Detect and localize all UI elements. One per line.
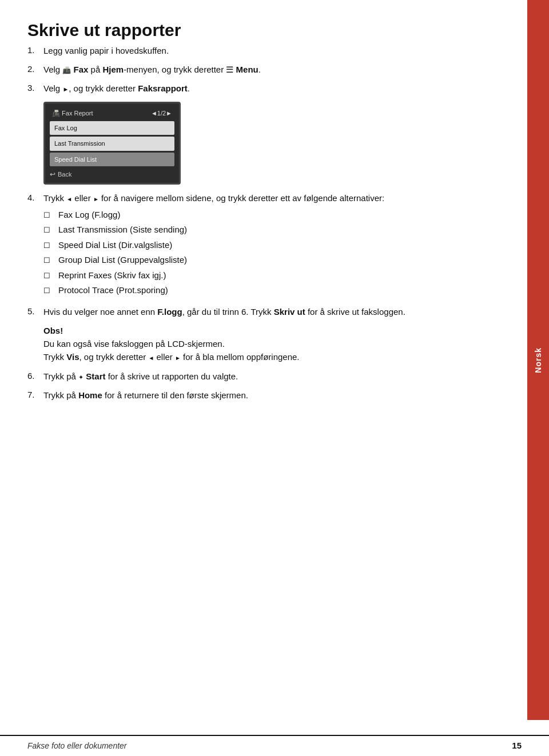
checkbox-icon-5: ☐ (43, 270, 55, 282)
main-content: Skrive ut rapporter 1. Legg vanlig papir… (0, 0, 527, 756)
lcd-screen: 📠 Fax Report ◄1/2► Fax Log Last Transmis… (43, 102, 181, 185)
sidebar-label: Norsk (534, 347, 543, 373)
page-footer: Fakse foto eller dokumenter 15 (0, 735, 549, 756)
obs-right-arrow (175, 352, 181, 362)
lcd-fax-icon: 📠 Fax Report (52, 109, 93, 118)
checkbox-label-5: Reprint Faxes (Skriv fax igj.) (58, 269, 166, 282)
sidebar-tab: Norsk (527, 0, 549, 720)
obs-left-arrow (148, 352, 154, 362)
back-arrow-icon (50, 169, 55, 179)
checkbox-item-5: ☐ Reprint Faxes (Skriv fax igj.) (43, 269, 500, 282)
step-6-number: 6. (27, 370, 43, 383)
checkbox-label-2: Last Transmission (Siste sending) (58, 223, 187, 237)
step-2-content: Velg Fax på Hjem-menyen, og trykk derett… (43, 63, 500, 76)
lcd-item-speed-dial: Speed Dial List (50, 153, 174, 167)
step-4-content: Trykk eller for å navigere mellom sidene… (43, 191, 500, 299)
step-3-content: Velg , og trykk deretter Faksrapport. (43, 82, 500, 95)
checkbox-item-3: ☐ Speed Dial List (Dir.valgsliste) (43, 239, 500, 252)
checkbox-item-6: ☐ Protocol Trace (Prot.sporing) (43, 284, 500, 297)
checkbox-label-1: Fax Log (F.logg) (58, 209, 120, 222)
right-arrow-icon (62, 83, 69, 93)
fax-icon (62, 65, 71, 74)
step-1: 1. Legg vanlig papir i hovedskuffen. (27, 44, 500, 57)
step-1-content: Legg vanlig papir i hovedskuffen. (43, 44, 500, 57)
step-3-number: 3. (27, 82, 43, 95)
checkbox-icon-6: ☐ (43, 285, 55, 297)
step-4-number: 4. (27, 191, 43, 299)
step-3: 3. Velg , og trykk deretter Faksrapport. (27, 82, 500, 95)
checkbox-icon-2: ☐ (43, 225, 55, 236)
page-title: Skrive ut rapporter (27, 21, 500, 41)
lcd-screen-container: 📠 Fax Report ◄1/2► Fax Log Last Transmis… (27, 102, 500, 185)
checkbox-list: ☐ Fax Log (F.logg) ☐ Last Transmission (… (43, 209, 500, 297)
step-1-number: 1. (27, 44, 43, 57)
checkbox-item-2: ☐ Last Transmission (Siste sending) (43, 223, 500, 237)
step-5: 5. Hvis du velger noe annet enn F.logg, … (27, 305, 500, 364)
step-2: 2. Velg Fax på Hjem-menyen, og trykk der… (27, 63, 500, 76)
obs-block: Obs! Du kan også vise faksloggen på LCD-… (43, 324, 500, 364)
step-7: 7. Trykk på Home for å returnere til den… (27, 389, 500, 402)
step-4: 4. Trykk eller for å navigere mellom sid… (27, 191, 500, 299)
footer-title: Fakse foto eller dokumenter (27, 741, 127, 750)
step-7-content: Trykk på Home for å returnere til den fø… (43, 389, 500, 402)
lcd-item-fax-log: Fax Log (50, 121, 174, 135)
step-5-number: 5. (27, 305, 43, 364)
checkbox-item-1: ☐ Fax Log (F.logg) (43, 209, 500, 222)
start-icon (78, 371, 83, 381)
lcd-item-last-transmission: Last Transmission (50, 137, 174, 151)
checkbox-icon-1: ☐ (43, 210, 55, 221)
checkbox-label-6: Protocol Trace (Prot.sporing) (58, 284, 168, 297)
checkbox-icon-3: ☐ (43, 240, 55, 251)
step-7-number: 7. (27, 389, 43, 402)
step-2-number: 2. (27, 63, 43, 76)
step-6: 6. Trykk på Start for å skrive ut rappor… (27, 370, 500, 383)
page-container: Norsk Skrive ut rapporter 1. Legg vanlig… (0, 0, 549, 756)
step-6-content: Trykk på Start for å skrive ut rapporten… (43, 370, 500, 383)
checkbox-item-4: ☐ Group Dial List (Gruppevalgsliste) (43, 254, 500, 267)
right-arrow-icon-2 (93, 193, 99, 203)
obs-label: Obs! (43, 326, 63, 335)
steps-list: 1. Legg vanlig papir i hovedskuffen. 2. … (27, 44, 500, 402)
lcd-page-indicator: ◄1/2► (151, 109, 172, 118)
lcd-title-row: 📠 Fax Report ◄1/2► (50, 107, 174, 121)
menu-icon: ☰ (226, 65, 233, 74)
lcd-title-text: Fax Report (62, 110, 93, 117)
checkbox-label-3: Speed Dial List (Dir.valgsliste) (58, 239, 172, 252)
left-arrow-icon (66, 193, 72, 203)
step-5-content: Hvis du velger noe annet enn F.logg, går… (43, 305, 500, 364)
footer-page: 15 (512, 741, 522, 750)
lcd-back-row: Back (50, 169, 174, 179)
lcd-back-label: Back (58, 170, 71, 179)
checkbox-label-4: Group Dial List (Gruppevalgsliste) (58, 254, 187, 267)
obs-line-1: Du kan også vise faksloggen på LCD-skjer… (43, 339, 300, 362)
checkbox-icon-4: ☐ (43, 255, 55, 266)
